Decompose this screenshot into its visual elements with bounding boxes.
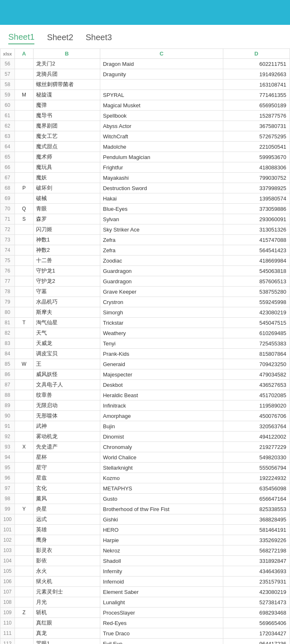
cell-a[interactable] bbox=[15, 121, 34, 131]
cell-c[interactable]: Madolche bbox=[100, 142, 223, 152]
cell-a[interactable] bbox=[15, 266, 34, 276]
cell-b[interactable]: 鹰身 bbox=[34, 535, 100, 545]
cell-a[interactable] bbox=[15, 276, 34, 287]
cell-d[interactable]: 163108741 bbox=[223, 80, 290, 90]
cell-b[interactable]: 无形噬体 bbox=[34, 411, 100, 421]
cell-b[interactable]: 魔式甜点 bbox=[34, 142, 100, 152]
cell-c[interactable]: Frightfur bbox=[100, 162, 223, 173]
cell-a[interactable] bbox=[15, 566, 34, 576]
cell-b[interactable]: 星杯 bbox=[34, 452, 100, 463]
cell-a[interactable]: Q bbox=[15, 204, 34, 214]
table-row[interactable]: 76守护龙1Guardragon545063818 bbox=[0, 266, 290, 276]
cell-a[interactable] bbox=[15, 400, 34, 411]
cell-b[interactable]: 远式 bbox=[34, 514, 100, 525]
cell-c[interactable]: World Chalice bbox=[100, 452, 223, 463]
table-row[interactable]: 63魔女工艺WitchCraft572675295 bbox=[0, 131, 290, 142]
cell-d[interactable]: 367580731 bbox=[223, 121, 290, 131]
table-row[interactable]: 86威风妖怪Majespecter479034582 bbox=[0, 369, 290, 380]
cell-a[interactable] bbox=[15, 142, 34, 152]
cell-d[interactable]: 172034427 bbox=[223, 628, 290, 639]
cell-d[interactable]: 610269485 bbox=[223, 328, 290, 338]
cell-b[interactable]: 星守 bbox=[34, 463, 100, 473]
cell-d[interactable]: 656950189 bbox=[223, 100, 290, 111]
table-row[interactable]: 83天威龙Tenyi725455383 bbox=[0, 338, 290, 349]
cell-a[interactable] bbox=[15, 338, 34, 349]
cell-b[interactable]: 玄化 bbox=[34, 483, 100, 494]
cell-d[interactable]: 569665406 bbox=[223, 618, 290, 628]
tab-sheet3[interactable]: Sheet3 bbox=[86, 33, 112, 44]
cell-a[interactable] bbox=[15, 390, 34, 400]
cell-c[interactable]: Weathery bbox=[100, 328, 223, 338]
cell-d[interactable]: 709423250 bbox=[223, 359, 290, 369]
table-row[interactable]: 106狱火机Infernoid235157931 bbox=[0, 576, 290, 587]
cell-b[interactable]: 神数2 bbox=[34, 245, 100, 256]
table-row[interactable]: 74神数2Zefra564541423 bbox=[0, 245, 290, 256]
cell-a[interactable] bbox=[15, 545, 34, 556]
table-row[interactable]: 80斯摩夫Simorgh423080219 bbox=[0, 307, 290, 318]
table-row[interactable]: 104影依Shadoll331892847 bbox=[0, 556, 290, 566]
cell-b[interactable]: 守护龙2 bbox=[34, 276, 100, 287]
cell-d[interactable]: 857606513 bbox=[223, 276, 290, 287]
cell-a[interactable] bbox=[15, 369, 34, 380]
cell-d[interactable]: 538755280 bbox=[223, 287, 290, 297]
cell-b[interactable]: 龙关门2 bbox=[34, 59, 100, 69]
table-row[interactable]: 109Z斩机ProcesSlayer698293468 bbox=[0, 608, 290, 618]
cell-b[interactable]: 淘气仙星 bbox=[34, 318, 100, 328]
cell-c[interactable]: Red-Eyes bbox=[100, 618, 223, 628]
cell-c[interactable]: Mayakashi bbox=[100, 173, 223, 183]
cell-d[interactable]: 373059886 bbox=[223, 204, 290, 214]
cell-b[interactable]: 炎星 bbox=[34, 504, 100, 514]
cell-d[interactable]: 152877576 bbox=[223, 111, 290, 121]
cell-a[interactable]: P bbox=[15, 183, 34, 193]
table-row[interactable]: 96星兹Kozmo192224932 bbox=[0, 473, 290, 483]
cell-a[interactable]: X bbox=[15, 442, 34, 452]
cell-c[interactable]: Grave Keeper bbox=[100, 287, 223, 297]
cell-c[interactable]: Dinomist bbox=[100, 432, 223, 442]
cell-a[interactable] bbox=[15, 639, 34, 644]
cell-b[interactable]: 纹章兽 bbox=[34, 390, 100, 400]
table-row[interactable]: 57龙骑兵团Dragunity191492663 bbox=[0, 69, 290, 80]
cell-a[interactable] bbox=[15, 162, 34, 173]
cell-a[interactable] bbox=[15, 235, 34, 245]
cell-c[interactable]: Crystron bbox=[100, 297, 223, 307]
cell-d[interactable]: 337998925 bbox=[223, 183, 290, 193]
cell-b[interactable]: 水晶机巧 bbox=[34, 297, 100, 307]
cell-d[interactable]: 418088306 bbox=[223, 162, 290, 173]
cell-b[interactable]: 魔妖 bbox=[34, 173, 100, 183]
cell-b[interactable]: 守护龙1 bbox=[34, 266, 100, 276]
table-row[interactable]: 69破械Hakai139580574 bbox=[0, 193, 290, 204]
cell-a[interactable] bbox=[15, 193, 34, 204]
cell-d[interactable]: 815807864 bbox=[223, 349, 290, 359]
cell-c[interactable]: Dragunity bbox=[100, 69, 223, 80]
table-row[interactable]: 56龙关门2Dragon Maid602211751 bbox=[0, 59, 290, 69]
cell-d[interactable]: 139580574 bbox=[223, 193, 290, 204]
table-row[interactable]: 58螺丝刺猬带菌者163108741 bbox=[0, 80, 290, 90]
cell-d[interactable]: 423080219 bbox=[223, 587, 290, 597]
cell-a[interactable] bbox=[15, 432, 34, 442]
cell-b[interactable]: 无限启动 bbox=[34, 400, 100, 411]
cell-d[interactable]: 545063818 bbox=[223, 266, 290, 276]
table-row[interactable]: 77守护龙2Guardragon857606513 bbox=[0, 276, 290, 287]
table-row[interactable]: 99Y炎星Brotherhood of thw Fire Fist8253385… bbox=[0, 504, 290, 514]
cell-b[interactable]: 天威龙 bbox=[34, 338, 100, 349]
cell-b[interactable]: 魔玩具 bbox=[34, 162, 100, 173]
cell-b[interactable]: 十二兽 bbox=[34, 256, 100, 266]
cell-a[interactable] bbox=[15, 618, 34, 628]
cell-a[interactable] bbox=[15, 463, 34, 473]
cell-c[interactable]: Prank-Kids bbox=[100, 349, 223, 359]
table-row[interactable]: 71S森罗Sylvan293060091 bbox=[0, 214, 290, 224]
cell-d[interactable]: 799030752 bbox=[223, 173, 290, 183]
cell-d[interactable]: 494122002 bbox=[223, 432, 290, 442]
table-row[interactable]: 73神数1Zefra415747088 bbox=[0, 235, 290, 245]
cell-c[interactable]: Stellarknight bbox=[100, 463, 223, 473]
table-row[interactable]: 103影灵衣Nekroz568272198 bbox=[0, 545, 290, 556]
cell-a[interactable] bbox=[15, 131, 34, 142]
cell-c[interactable]: WitchCraft bbox=[100, 131, 223, 142]
cell-c[interactable]: Destruction Sword bbox=[100, 183, 223, 193]
cell-a[interactable] bbox=[15, 297, 34, 307]
cell-c[interactable]: Harpie bbox=[100, 535, 223, 545]
cell-b[interactable]: 调皮宝贝 bbox=[34, 349, 100, 359]
cell-b[interactable]: 狱火机 bbox=[34, 576, 100, 587]
cell-c[interactable]: Infinitrack bbox=[100, 400, 223, 411]
cell-a[interactable] bbox=[15, 69, 34, 80]
